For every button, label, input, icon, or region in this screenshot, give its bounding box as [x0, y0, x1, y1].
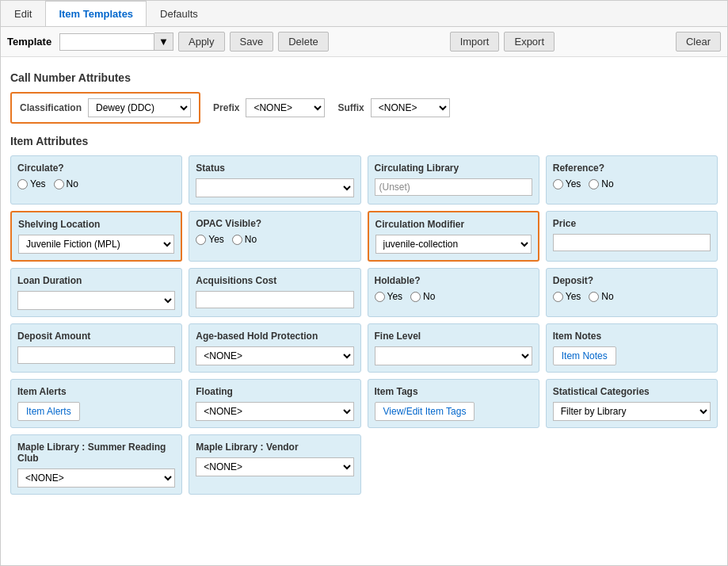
deposit-no-radio[interactable] [589, 292, 599, 302]
import-button[interactable]: Import [450, 32, 500, 52]
holdable-no-label[interactable]: No [410, 291, 435, 302]
cell-deposit-amount: Deposit Amount [10, 323, 182, 373]
price-input[interactable] [553, 234, 711, 251]
maple-library-vendor-select[interactable]: <NONE> [196, 457, 353, 476]
item-notes-button[interactable]: Item Notes [553, 346, 616, 365]
circulate-label: Circulate? [17, 163, 175, 174]
holdable-yes-radio[interactable] [375, 292, 385, 302]
template-select-group: ▼ [59, 33, 173, 51]
template-label: Template [7, 36, 51, 48]
prefix-select[interactable]: <NONE> [246, 98, 325, 117]
deposit-label: Deposit? [553, 275, 711, 286]
tab-edit[interactable]: Edit [1, 1, 45, 26]
statistical-categories-select[interactable]: Filter by Library [553, 402, 711, 421]
acquisitions-cost-label: Acquisitions Cost [196, 275, 353, 286]
cell-reference: Reference? Yes No [546, 155, 718, 205]
toolbar: Template ▼ Apply Save Delete Import Expo… [1, 27, 727, 57]
status-label: Status [196, 163, 353, 174]
price-label: Price [553, 218, 711, 229]
save-button[interactable]: Save [230, 32, 274, 52]
prefix-group: Prefix <NONE> [213, 98, 325, 117]
export-button[interactable]: Export [504, 32, 555, 52]
deposit-no-label[interactable]: No [589, 291, 613, 302]
apply-button[interactable]: Apply [178, 32, 225, 52]
opac-yes-label[interactable]: Yes [196, 234, 224, 245]
reference-yes-label[interactable]: Yes [553, 178, 581, 189]
circulate-yes-radio[interactable] [17, 179, 28, 189]
call-number-row: Classification Dewey (DDC) LC Generic Pr… [10, 92, 718, 124]
classification-select[interactable]: Dewey (DDC) LC Generic [88, 98, 191, 117]
cell-fine-level: Fine Level [368, 323, 539, 373]
shelving-location-select[interactable]: Juvenile Fiction (MPL) [18, 235, 174, 254]
cell-circulate: Circulate? Yes No [10, 155, 182, 205]
reference-no-radio[interactable] [589, 179, 599, 189]
cell-maple-library-src: Maple Library : Summer Reading Club <NON… [10, 434, 182, 495]
circulate-no-radio[interactable] [54, 179, 64, 189]
cell-circulation-modifier: Circulation Modifier juvenile-collection [368, 211, 539, 262]
cell-loan-duration: Loan Duration [10, 268, 182, 317]
cell-age-based-hold-protection: Age-based Hold Protection <NONE> [189, 323, 360, 373]
loan-duration-select[interactable] [17, 291, 175, 310]
cell-holdable: Holdable? Yes No [368, 268, 539, 317]
item-alerts-label: Item Alerts [17, 386, 175, 397]
fine-level-label: Fine Level [375, 331, 532, 342]
acquisitions-cost-input[interactable] [196, 291, 353, 308]
holdable-no-radio[interactable] [410, 292, 421, 302]
cell-maple-library-vendor: Maple Library : Vendor <NONE> [189, 434, 360, 495]
classification-group: Classification Dewey (DDC) LC Generic [10, 92, 200, 124]
circulate-yes-label[interactable]: Yes [17, 178, 46, 189]
floating-label: Floating [196, 386, 353, 397]
deposit-yes-label[interactable]: Yes [553, 291, 581, 302]
delete-button[interactable]: Delete [278, 32, 329, 52]
floating-select[interactable]: <NONE> [196, 402, 353, 421]
cell-acquisitions-cost: Acquisitions Cost [189, 268, 360, 317]
opac-no-label[interactable]: No [232, 234, 257, 245]
reference-no-label[interactable]: No [589, 178, 613, 189]
maple-library-vendor-label: Maple Library : Vendor [196, 442, 353, 453]
template-dropdown-btn[interactable]: ▼ [154, 33, 173, 51]
deposit-amount-label: Deposit Amount [17, 331, 175, 342]
deposit-amount-input[interactable] [17, 346, 175, 364]
maple-library-src-select[interactable]: <NONE> [17, 468, 175, 488]
item-alerts-button[interactable]: Item Alerts [17, 402, 80, 421]
tab-defaults[interactable]: Defaults [147, 1, 212, 26]
item-tags-button[interactable]: View/Edit Item Tags [375, 402, 475, 421]
holdable-radios: Yes No [375, 291, 532, 302]
reference-label: Reference? [553, 163, 711, 174]
circulate-radios: Yes No [17, 178, 175, 189]
item-tags-label: Item Tags [375, 386, 532, 397]
age-based-hold-protection-select[interactable]: <NONE> [196, 346, 353, 365]
opac-no-radio[interactable] [232, 235, 242, 245]
item-attributes-title: Item Attributes [10, 135, 718, 147]
tab-item-templates[interactable]: Item Templates [45, 1, 147, 26]
opac-yes-radio[interactable] [196, 235, 206, 245]
cell-deposit: Deposit? Yes No [546, 268, 718, 317]
status-select[interactable] [196, 178, 353, 197]
maple-library-src-label: Maple Library : Summer Reading Club [17, 442, 175, 464]
circulating-library-input[interactable] [375, 178, 532, 196]
reference-radios: Yes No [553, 178, 711, 189]
cell-item-tags: Item Tags View/Edit Item Tags [368, 379, 539, 428]
holdable-yes-label[interactable]: Yes [375, 291, 403, 302]
suffix-select[interactable]: <NONE> [371, 98, 450, 117]
statistical-categories-label: Statistical Categories [553, 386, 711, 397]
shelving-location-label: Shelving Location [18, 219, 174, 230]
template-input[interactable] [59, 33, 154, 51]
circulation-modifier-select[interactable]: juvenile-collection [375, 235, 532, 254]
prefix-label: Prefix [213, 102, 239, 113]
cell-price: Price [546, 211, 718, 262]
reference-yes-radio[interactable] [553, 179, 563, 189]
deposit-yes-radio[interactable] [553, 292, 563, 302]
cell-item-alerts: Item Alerts Item Alerts [10, 379, 182, 428]
cell-floating: Floating <NONE> [189, 379, 360, 428]
classification-label: Classification [20, 102, 82, 113]
item-notes-label: Item Notes [553, 331, 711, 342]
fine-level-select[interactable] [375, 346, 532, 365]
suffix-label: Suffix [337, 102, 364, 113]
cell-status: Status [189, 155, 360, 205]
circulate-no-label[interactable]: No [54, 178, 78, 189]
clear-button[interactable]: Clear [676, 32, 721, 52]
deposit-radios: Yes No [553, 291, 711, 302]
item-attributes-grid: Circulate? Yes No Status Circulating Lib… [10, 155, 718, 495]
call-number-title: Call Number Attributes [10, 71, 718, 84]
